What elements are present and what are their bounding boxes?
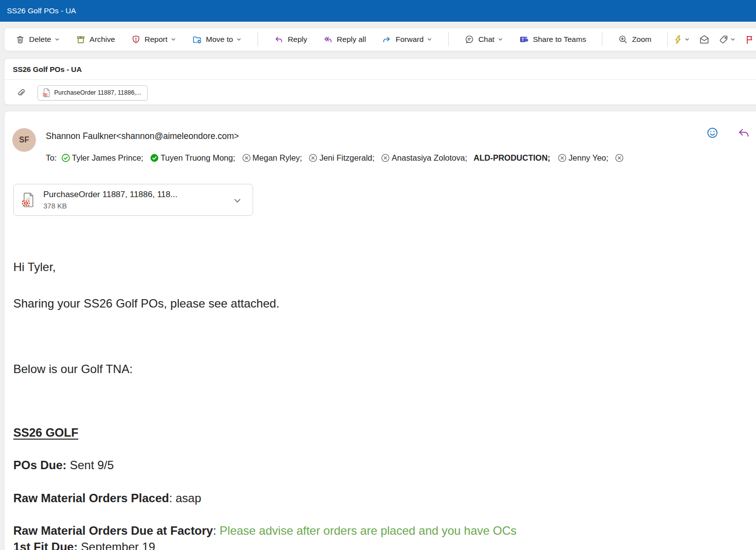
subject-panel: SS26 Golf POs - UA PurchaseOrder 11887, … <box>4 58 756 105</box>
read-unread-button[interactable] <box>697 32 712 47</box>
reply-button[interactable]: Reply <box>271 32 310 47</box>
recipients-row: To: Tyler James Prince; Tuyen Truong Mon… <box>46 151 756 164</box>
quick-steps-button[interactable] <box>671 32 692 47</box>
chevron-down-icon <box>233 196 242 205</box>
declined-x-circle-icon <box>615 153 624 163</box>
recipient-overflow-cut[interactable] <box>615 153 624 163</box>
flag-icon <box>745 34 755 45</box>
reply-all-button[interactable]: Reply all <box>320 32 369 47</box>
declined-x-circle-icon <box>558 153 567 163</box>
to-label: To: <box>46 153 57 163</box>
attachment-size: 378 KB <box>43 202 67 210</box>
attachment-chip[interactable]: PurchaseOrder 11887, 11886,... <box>37 85 148 101</box>
body-rm-placed-line: Raw Material Orders Placed: asap <box>13 490 201 506</box>
chevron-down-icon <box>730 36 736 42</box>
body-tna-intro: Below is our Golf TNA: <box>13 361 132 377</box>
chevron-down-icon <box>497 36 503 42</box>
declined-x-circle-icon <box>308 153 318 163</box>
avatar[interactable]: SF <box>12 128 36 152</box>
archive-icon <box>76 34 86 44</box>
chat-button[interactable]: Chat <box>461 32 506 47</box>
report-button[interactable]: Report <box>128 32 180 47</box>
reply-all-icon <box>323 34 333 44</box>
envelope-icon <box>699 34 710 45</box>
archive-button[interactable]: Archive <box>73 32 118 47</box>
teams-icon: T <box>519 34 529 44</box>
zoom-button[interactable]: Zoom <box>615 32 655 47</box>
move-to-button[interactable]: Move to <box>189 32 245 47</box>
attachment-card[interactable]: PurchaseOrder 11887, 11886, 118... 378 K… <box>13 184 253 216</box>
body-greeting: Hi Tyler, <box>13 259 56 275</box>
share-to-teams-button[interactable]: T Share to Teams <box>516 32 589 47</box>
toolbar-separator <box>667 33 668 46</box>
recipient-ald-production[interactable]: ALD-PRODUCTION; <box>474 153 551 163</box>
recipient-jeni-fitzgerald[interactable]: Jeni Fitzgerald; <box>308 153 374 163</box>
accepted-check-filled-icon <box>150 153 159 163</box>
chat-bubble-icon <box>464 34 474 44</box>
body-section-title: SS26 GOLF <box>13 426 78 439</box>
body-sharing-line: Sharing your SS26 Golf POs, please see a… <box>13 296 279 311</box>
attachment-options-chevron[interactable] <box>233 196 242 207</box>
report-shield-icon <box>131 34 141 44</box>
chevron-down-icon <box>170 36 176 42</box>
categorize-button[interactable] <box>717 32 738 47</box>
recipient-tuyen-truong-mong[interactable]: Tuyen Truong Mong; <box>150 153 235 163</box>
message-pane: SF Shannon Faulkner<shannon@aimeleondore… <box>4 111 756 550</box>
tag-icon <box>719 34 729 45</box>
body-rm-due-line: Raw Material Orders Due at Factory: Plea… <box>13 523 517 539</box>
recipient-anastasiya-zolotova[interactable]: Anastasiya Zolotova; <box>381 153 467 163</box>
recipient-tyler-james-prince[interactable]: Tyler James Prince; <box>61 153 143 163</box>
accepted-check-outline-icon <box>61 153 70 163</box>
sender-name-email[interactable]: Shannon Faulkner<shannon@aimeleondore.co… <box>46 131 239 141</box>
declined-x-circle-icon <box>242 153 251 163</box>
lightning-icon <box>673 34 683 45</box>
body-pos-due-line: POs Due: Sent 9/5 <box>13 457 114 473</box>
flag-button[interactable] <box>743 32 756 47</box>
attachment-chip-label: PurchaseOrder 11887, 11886,... <box>54 89 141 96</box>
recipient-jenny-yeo[interactable]: Jenny Yeo; <box>558 153 608 163</box>
chevron-down-icon <box>684 36 690 42</box>
declined-x-circle-icon <box>381 153 390 163</box>
toolbar: Delete Archive Report Move to Reply Repl… <box>4 28 756 51</box>
toolbar-separator <box>448 33 449 46</box>
add-reaction-smiley-icon[interactable] <box>706 127 719 139</box>
window-title-bar: SS26 Golf POs - UA <box>0 0 756 22</box>
chevron-down-icon <box>54 36 60 42</box>
toolbar-separator <box>602 33 602 46</box>
trash-icon <box>15 34 25 44</box>
window-title: SS26 Golf POs - UA <box>7 0 76 22</box>
chevron-down-icon <box>427 36 432 42</box>
body-rm-due-green-note: Please advise after orders are placed an… <box>220 524 517 537</box>
reply-icon <box>274 34 284 44</box>
recipient-megan-ryley[interactable]: Megan Ryley; <box>242 153 302 163</box>
attachment-name: PurchaseOrder 11887, 11886, 118... <box>43 190 177 200</box>
svg-text:T: T <box>522 37 525 42</box>
reply-arrow-icon[interactable] <box>737 126 751 139</box>
delete-button[interactable]: Delete <box>12 32 63 47</box>
forward-icon <box>382 34 392 44</box>
paperclip-icon <box>15 88 26 98</box>
forward-button[interactable]: Forward <box>379 32 435 47</box>
zoom-magnifier-icon <box>618 34 628 44</box>
pdf-file-icon <box>42 88 51 98</box>
toolbar-separator <box>258 33 258 46</box>
chevron-down-icon <box>236 36 242 42</box>
email-subject: SS26 Golf POs - UA <box>13 65 82 73</box>
body-fit-due-line: 1st Fit Due: September 19 <box>13 539 155 550</box>
move-to-folder-icon <box>192 34 202 44</box>
pdf-file-icon <box>22 192 35 208</box>
